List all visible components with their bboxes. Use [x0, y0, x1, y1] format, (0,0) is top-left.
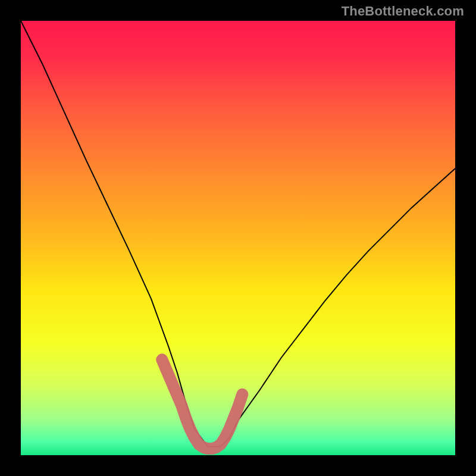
- chart-svg: [21, 21, 455, 455]
- chart-frame: TheBottleneck.com: [0, 0, 476, 476]
- plot-area: [21, 21, 455, 455]
- gradient-background: [21, 21, 455, 455]
- watermark-text: TheBottleneck.com: [342, 4, 464, 19]
